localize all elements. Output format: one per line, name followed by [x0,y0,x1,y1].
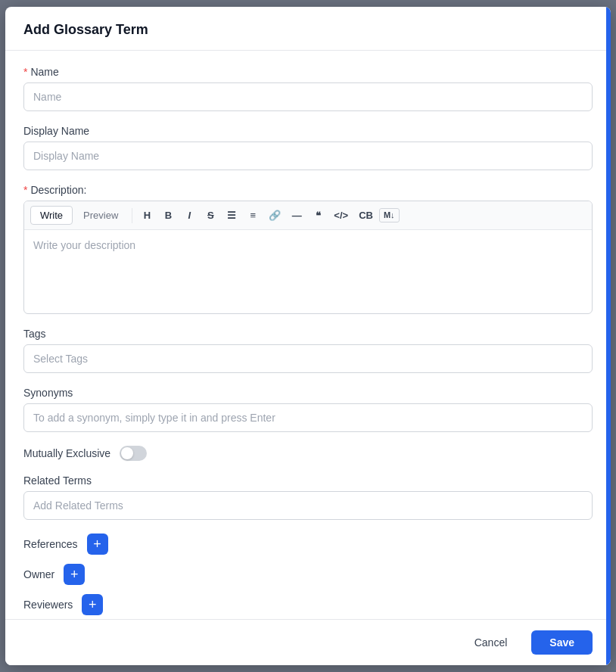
code-block-icon: CB [359,210,373,220]
owner-row: Owner + [23,564,593,585]
description-required-star: * [23,184,27,196]
ordered-list-button[interactable]: ≡ [243,207,263,223]
display-name-label: Display Name [23,125,593,137]
synonyms-label-text: Synonyms [23,387,73,399]
toolbar-divider-1 [132,208,132,223]
reviewers-label: Reviewers [23,599,73,611]
display-name-label-text: Display Name [23,125,89,137]
link-button[interactable]: 🔗 [264,207,285,223]
tags-input[interactable] [23,344,593,373]
references-row: References + [23,534,593,555]
strikethrough-button[interactable]: S [201,207,220,223]
related-terms-input[interactable] [23,491,593,520]
description-label-text: Description: [30,184,86,196]
modal-footer: Cancel Save [5,619,611,665]
related-terms-field-group: Related Terms [23,474,593,520]
description-label: * Description: [23,184,593,196]
link-icon: 🔗 [269,210,281,220]
name-label-text: Name [30,66,58,78]
cancel-button[interactable]: Cancel [459,630,523,655]
synonyms-field-group: Synonyms [23,387,593,432]
related-terms-label-text: Related Terms [23,474,92,487]
name-input[interactable] [23,82,593,111]
references-label: References [23,538,78,550]
name-required-star: * [23,66,27,78]
code-icon: </> [334,210,348,220]
italic-icon: I [188,210,191,220]
strikethrough-icon: S [207,210,214,220]
reviewers-row: Reviewers + [23,594,593,615]
code-button[interactable]: </> [329,207,353,223]
italic-button[interactable]: I [179,207,199,223]
ordered-list-icon: ≡ [250,210,257,220]
name-label: * Name [23,66,593,78]
markdown-button[interactable]: M↓ [379,208,400,222]
synonyms-label: Synonyms [23,387,593,399]
description-content-area[interactable]: Write your description [24,230,592,313]
tags-label-text: Tags [23,328,46,340]
owner-label: Owner [23,568,54,580]
quote-button[interactable]: ❝ [308,207,328,223]
display-name-field-group: Display Name [23,125,593,170]
description-placeholder: Write your description [33,239,135,251]
hr-button[interactable]: — [287,207,306,223]
mutually-exclusive-toggle[interactable] [120,446,147,461]
owner-add-button[interactable]: + [64,564,85,585]
write-tab[interactable]: Write [30,206,73,225]
code-block-button[interactable]: CB [354,207,378,223]
toggle-thumb [121,447,133,459]
tags-field-group: Tags [23,328,593,373]
unordered-list-icon: ☰ [227,210,236,220]
hr-icon: — [292,210,302,220]
accent-bar [606,7,611,665]
heading-button[interactable]: H [137,207,157,223]
heading-icon: H [144,210,151,220]
modal-body: * Name Display Name * Description: [5,51,611,619]
tags-label: Tags [23,328,593,340]
editor-toolbar: Write Preview H B I S [24,201,592,230]
modal-title: Add Glossary Term [23,22,593,38]
save-button[interactable]: Save [531,630,593,655]
mutually-exclusive-row: Mutually Exclusive [23,446,593,461]
modal-header: Add Glossary Term [5,7,611,51]
markdown-icon: M↓ [384,211,395,219]
mutually-exclusive-label: Mutually Exclusive [23,447,110,459]
name-field-group: * Name [23,66,593,111]
bold-icon: B [165,210,172,220]
description-editor: Write Preview H B I S [23,201,593,314]
related-terms-label: Related Terms [23,474,593,487]
unordered-list-button[interactable]: ☰ [222,207,241,223]
bold-button[interactable]: B [158,207,178,223]
preview-tab[interactable]: Preview [74,207,127,224]
display-name-input[interactable] [23,142,593,170]
synonyms-input[interactable] [23,403,593,432]
quote-icon: ❝ [316,210,321,220]
description-field-group: * Description: Write Preview H B [23,184,593,314]
modal-container: Add Glossary Term * Name Display Name [5,7,611,665]
reviewers-add-button[interactable]: + [82,594,103,615]
references-add-button[interactable]: + [87,534,108,555]
modal-overlay: Add Glossary Term * Name Display Name [0,0,616,672]
